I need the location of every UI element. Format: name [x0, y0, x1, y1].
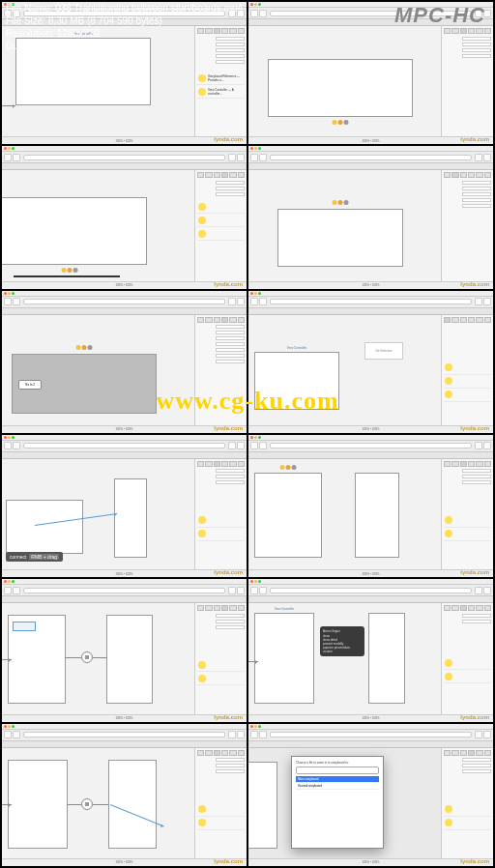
search-input[interactable]: [296, 767, 379, 774]
no-selection-panel: No Selection: [364, 342, 403, 360]
thumbnail[interactable]: View Controller No Selection 100% • 100%…: [248, 291, 493, 433]
selected-button[interactable]: [13, 622, 36, 631]
thumbnail[interactable]: connect RMB + drag 100% • 100% lynda.com: [2, 435, 247, 577]
file-info-overlay: File Name: 036 Transitioning between sto…: [0, 0, 495, 50]
corner-watermark: lynda.com: [214, 136, 243, 142]
segue-icon[interactable]: [81, 651, 93, 663]
thumbnail[interactable]: Choose a file to zoom in to storyboard t…: [248, 724, 493, 866]
thumbnail[interactable]: View Controller Action Segue show show d…: [248, 579, 493, 721]
scrollbar[interactable]: [14, 275, 120, 277]
thumbnail-grid: View Controller Storyboard Reference — P…: [0, 0, 495, 868]
thumbnail[interactable]: 100% • 100% lynda.com: [248, 435, 493, 577]
statusbar: 100% • 100%: [2, 136, 247, 144]
segue-popover[interactable]: Action Segue show show detail present mo…: [320, 626, 364, 656]
open-quickly-dialog[interactable]: Choose a file to zoom in to storyboard t…: [291, 756, 384, 849]
go-to-2-button[interactable]: Go to 2: [18, 380, 42, 390]
thumbnail[interactable]: 100% • 100% lynda.com: [2, 724, 247, 866]
thumbnail[interactable]: 100% • 100% lynda.com: [2, 579, 247, 721]
connect-tooltip: connect RMB + drag: [6, 552, 63, 562]
app-name-badge: MPC-HC: [394, 2, 489, 48]
thumbnail[interactable]: 100% • 100% lynda.com: [2, 146, 247, 288]
thumbnail[interactable]: 100% • 100% lynda.com: [248, 146, 493, 288]
thumbnail[interactable]: Go to 2 100% • 100% lynda.com: [2, 291, 247, 433]
